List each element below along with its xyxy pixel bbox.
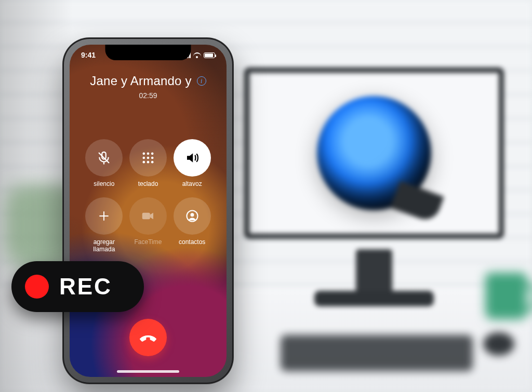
contacts-button[interactable]: contactos	[174, 197, 211, 253]
mute-button[interactable]: silencio	[85, 139, 123, 188]
svg-point-7	[147, 157, 150, 159]
contacts-label: contactos	[179, 239, 205, 246]
mouse-blur	[483, 332, 514, 356]
quicktime-icon	[317, 96, 431, 210]
wifi-icon	[193, 52, 201, 58]
call-screen: 9:41 Jane y Armando y i 02:59	[70, 45, 227, 377]
add-call-button[interactable]: agregar llamada	[85, 197, 123, 253]
svg-point-10	[147, 161, 150, 164]
facetime-icon	[140, 208, 156, 224]
rec-badge: REC	[11, 261, 144, 312]
svg-point-8	[151, 157, 154, 159]
scene: 9:41 Jane y Armando y i 02:59	[0, 0, 532, 392]
call-header: Jane y Armando y i 02:59	[70, 74, 227, 100]
iphone-frame: 9:41 Jane y Armando y i 02:59	[62, 37, 234, 384]
info-button[interactable]: i	[197, 76, 206, 86]
mug-blur	[485, 273, 527, 319]
end-call-button[interactable]	[129, 319, 167, 356]
svg-point-5	[151, 153, 154, 155]
svg-point-9	[142, 161, 145, 164]
keyboard-blur	[281, 335, 473, 371]
facetime-button[interactable]: FaceTime	[129, 197, 167, 253]
notch	[105, 45, 191, 60]
add-call-label: agregar llamada	[93, 239, 115, 253]
monitor-stand	[356, 249, 392, 296]
call-duration: 02:59	[70, 91, 227, 100]
keypad-button[interactable]: teclado	[129, 139, 167, 188]
svg-point-4	[147, 153, 150, 155]
plus-icon	[97, 209, 111, 223]
keypad-label: teclado	[138, 181, 158, 188]
battery-icon	[204, 52, 215, 58]
rec-label: REC	[59, 274, 112, 300]
status-time: 9:41	[81, 51, 96, 59]
speaker-button[interactable]: altavoz	[174, 139, 211, 188]
monitor-base	[314, 291, 434, 306]
mute-label: silencio	[94, 181, 114, 188]
home-indicator[interactable]	[117, 370, 179, 373]
contacts-icon	[185, 209, 200, 223]
monitor	[244, 67, 504, 239]
svg-point-11	[151, 161, 154, 164]
rec-dot-icon	[25, 275, 49, 299]
caller-name: Jane y Armando y	[90, 74, 191, 88]
call-controls: silencio teclado	[70, 139, 227, 253]
svg-point-6	[142, 157, 145, 159]
svg-rect-14	[142, 213, 150, 220]
facetime-label: FaceTime	[135, 239, 162, 246]
mute-icon	[96, 150, 112, 166]
svg-point-16	[190, 213, 194, 217]
svg-point-3	[142, 153, 145, 155]
monitor-screen	[244, 67, 504, 239]
hangup-icon	[138, 328, 158, 347]
speaker-icon	[184, 150, 200, 166]
speaker-label: altavoz	[182, 181, 202, 188]
keypad-icon	[141, 151, 155, 165]
